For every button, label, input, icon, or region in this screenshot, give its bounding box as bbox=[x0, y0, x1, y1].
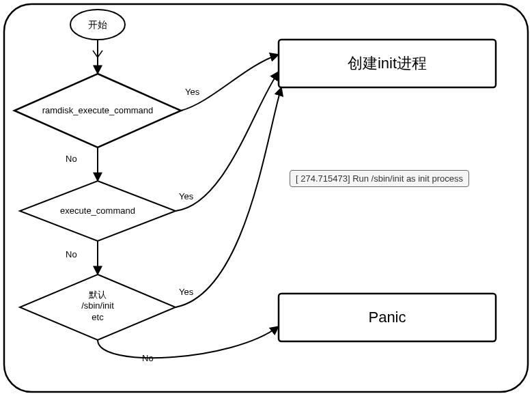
flowchart-canvas: 开始 ramdisk_execute_command execute_comma… bbox=[0, 0, 532, 396]
log-annotation: [ 274.715473] Run /sbin/init as init pro… bbox=[290, 170, 469, 187]
edge-label-d1-yes: Yes bbox=[185, 87, 199, 97]
edge-label-d3-yes: Yes bbox=[179, 287, 193, 297]
decision-execute bbox=[20, 181, 176, 241]
edge-label-d3-no: No bbox=[142, 353, 154, 363]
panic-box bbox=[279, 294, 496, 341]
create-init-box bbox=[279, 40, 496, 87]
edge-label-d2-no: No bbox=[66, 249, 77, 259]
edge-d3-panic bbox=[98, 326, 279, 358]
decision-default bbox=[20, 274, 176, 340]
edge-label-d2-yes: Yes bbox=[179, 191, 193, 201]
edge-label-d1-no: No bbox=[66, 154, 77, 164]
edge-d1-createinit bbox=[181, 55, 279, 111]
start-node bbox=[70, 10, 125, 40]
decision-ramdisk bbox=[14, 74, 181, 147]
